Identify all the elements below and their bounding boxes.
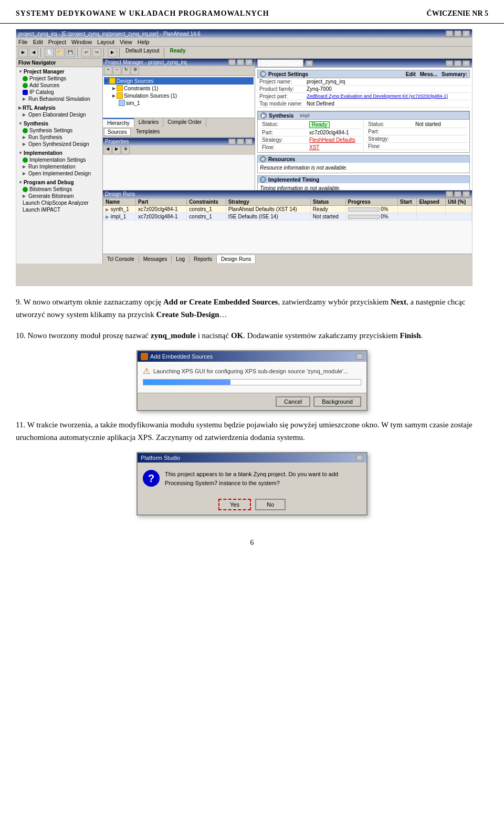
menu-window[interactable]: Window (71, 39, 92, 45)
menu-view[interactable]: View (120, 39, 132, 45)
fn-item-generate-bitstream[interactable]: ▶ Generate Bitstream (16, 193, 102, 200)
props-close[interactable]: × (245, 139, 253, 145)
col-part: Part (135, 198, 186, 206)
pm-settings-btn[interactable]: ⚙ (131, 67, 139, 75)
tree-item-sim-1[interactable]: sim_1 (104, 99, 254, 107)
props-min[interactable]: ─ (228, 139, 236, 145)
ps-part-value[interactable]: ZedBoard Zynq Evaluation and Development… (307, 93, 448, 99)
tree-item-sim-sources[interactable]: ▶ Simulation Sources (1) (104, 92, 254, 99)
bottom-tab-messages[interactable]: Messages (139, 255, 172, 263)
tab-compile-order[interactable]: Compile Order (163, 118, 206, 127)
fn-section-synthesis: ▼ Synthesis Synthesis Settings ▶ Run Syn… (16, 119, 102, 149)
toolbar-btn-2[interactable]: ◀ (29, 48, 38, 57)
fn-item-open-elaborated[interactable]: ▶ Open Elaborated Design (16, 111, 102, 118)
tab-libraries[interactable]: Libraries (134, 118, 163, 127)
toolbar-btn-run[interactable]: ▶ (108, 48, 117, 57)
ps-max[interactable]: □ (454, 60, 461, 67)
toolbar-btn-save[interactable]: 💾 (66, 48, 75, 57)
design-sources-label: Design Sources (117, 78, 154, 84)
menu-edit[interactable]: Edit (33, 39, 43, 45)
section-11: 11. W trakcie tworzenia, a także modyfik… (16, 418, 488, 444)
fn-item-impl-settings[interactable]: Implementation Settings (16, 156, 102, 163)
fn-item-open-impl[interactable]: ▶ Open Implemented Design (16, 170, 102, 177)
ps-mess-btn[interactable]: Mess... (420, 71, 437, 77)
project-summary-tab[interactable]: Project Settings (257, 59, 303, 67)
props-btn-3[interactable]: ⊕ (121, 146, 130, 154)
window-controls[interactable]: ─ □ × (446, 30, 470, 37)
pm-min[interactable]: ─ (228, 59, 236, 66)
ps-synth-part-label: Part: (262, 130, 309, 135)
fn-item-add-sources[interactable]: Add Sources (16, 82, 102, 89)
props-btn-2[interactable]: ▶ (112, 146, 121, 154)
bottom-tab-tcl-console[interactable]: Tcl Console (103, 255, 139, 263)
expand-design-sources: ▼ (104, 79, 108, 83)
fn-item-run-synthesis[interactable]: ▶ Run Synthesis (16, 134, 102, 141)
dr-close[interactable]: × (463, 191, 470, 197)
bottom-tab-design-runs[interactable]: Design Runs (217, 255, 256, 263)
props-max[interactable]: □ (237, 139, 244, 145)
platform-yes-button[interactable]: Yes (218, 499, 251, 510)
sources-tab[interactable]: Sources (104, 128, 131, 136)
tab-hierarchy[interactable]: Hierarchy (103, 118, 134, 127)
tree-item-design-sources[interactable]: ▼ Design Sources (104, 77, 254, 85)
ps-close-tab[interactable]: × (306, 60, 313, 67)
menu-layout[interactable]: Layout (97, 39, 114, 45)
platform-close-btn[interactable]: × (356, 455, 363, 461)
dr-row1-strategy: PlanAhead Defaults (XST 14) (226, 206, 310, 213)
platform-no-button[interactable]: No (255, 499, 286, 510)
menu-help[interactable]: Help (138, 39, 150, 45)
pm-add-btn[interactable]: + (104, 67, 112, 75)
toolbar-btn-new[interactable]: 📄 (45, 48, 54, 57)
fn-chipscope-label: Launch ChipScope Analyzer (23, 200, 89, 206)
ps-content: ⚙ Project Settings Edit Mess... Summary:… (255, 68, 472, 190)
toolbar-btn-1[interactable]: ▶ (18, 48, 28, 57)
minimize-button[interactable]: ─ (446, 30, 453, 37)
menu-project[interactable]: Project (48, 39, 66, 45)
fn-item-ip-catalog[interactable]: IP Catalog (16, 89, 102, 96)
fn-item-open-synthesized[interactable]: ▶ Open Synthesized Design (16, 141, 102, 148)
section-10: 10. Nowo tworzony moduł proszę nazwać zy… (16, 329, 488, 342)
props-btn-1[interactable]: ◀ (103, 146, 112, 154)
pm-refresh-btn[interactable]: ↻ (122, 67, 130, 75)
close-button[interactable]: × (463, 30, 470, 37)
dialog-close-btn[interactable]: × (356, 353, 363, 360)
pm-max[interactable]: □ (237, 59, 244, 66)
pm-close[interactable]: × (245, 59, 253, 66)
ps-synth-strategy-value[interactable]: FleshHead Defaults (309, 137, 355, 143)
ps-timing-icon: T (260, 176, 266, 183)
ps-resources-section: R Resources Resource information is not … (257, 155, 470, 173)
ps-edit-btn[interactable]: Edit (406, 71, 416, 77)
bottom-tab-log[interactable]: Log (172, 255, 190, 263)
fn-item-synthesis-settings[interactable]: Synthesis Settings (16, 127, 102, 134)
menu-file[interactable]: File (18, 39, 28, 45)
fn-item-run-impl[interactable]: ▶ Run Implementation (16, 163, 102, 170)
dialog-background-button[interactable]: Background (313, 396, 361, 407)
toolbar-btn-redo[interactable]: ↪ (92, 48, 101, 57)
toolbar-btn-undo[interactable]: ↩ (81, 48, 91, 57)
templates-tab[interactable]: Templates (133, 128, 163, 136)
fn-item-impact[interactable]: Launch iMPACT (16, 206, 102, 213)
pm-remove-btn[interactable]: − (113, 67, 121, 75)
ps-row-project-name: Project name: project_zynq_irq (257, 78, 470, 86)
ps-synth-flow-value[interactable]: XST (309, 144, 319, 150)
ps-close[interactable]: × (463, 60, 470, 67)
tree-item-constraints[interactable]: ▶ Constraints (1) (104, 85, 254, 92)
bottom-tab-reports[interactable]: Reports (190, 255, 217, 263)
fn-item-behavioral-sim[interactable]: ▶ Run Behavioral Simulation (16, 96, 102, 102)
fn-item-bitstream-settings[interactable]: Bitstream Settings (16, 186, 102, 193)
sources-templates-bar: Sources Templates (103, 127, 255, 138)
ps-project-name-label: Project name: (259, 79, 307, 85)
dr-row1-status: Ready (310, 206, 345, 213)
dialog-progress-row (143, 379, 361, 385)
dr-max[interactable]: □ (454, 191, 461, 197)
dialog-cancel-button[interactable]: Cancel (276, 396, 310, 407)
ps-min[interactable]: ─ (446, 60, 453, 67)
maximize-button[interactable]: □ (454, 30, 461, 37)
fn-item-chipscope[interactable]: Launch ChipScope Analyzer (16, 200, 102, 206)
toolbar-btn-open[interactable]: 📂 (55, 48, 65, 57)
ps-synthesis-header: ▶ Synthesis Impl (258, 111, 469, 120)
dr-row2-part: xc7z020clg484-1 (135, 213, 186, 220)
dr-min[interactable]: ─ (446, 191, 453, 197)
fn-item-project-settings[interactable]: Project Settings (16, 75, 102, 82)
ps-impl-flow-label: Flow: (368, 143, 415, 149)
